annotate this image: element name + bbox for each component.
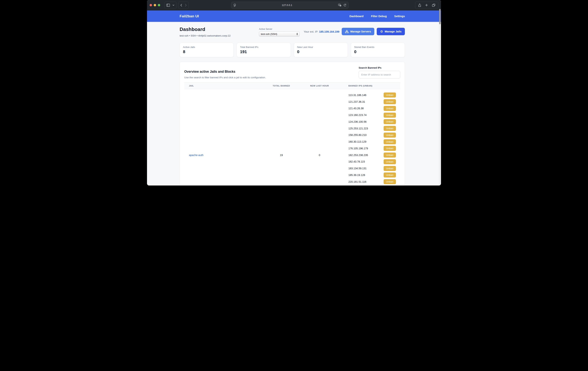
external-ip-label: Your ext. IP:: [304, 30, 318, 33]
chevron-down-icon[interactable]: [173, 4, 174, 6]
banned-ip-address: 121.237.36.31: [348, 100, 384, 103]
scrollbar-thumb[interactable]: [439, 9, 441, 24]
external-ip: Your ext. IP:185.109.164.199: [304, 30, 339, 33]
url-text[interactable]: 127.0.0.1: [236, 4, 338, 7]
col-jail: Jail: [184, 85, 263, 87]
unban-button[interactable]: Unban: [384, 159, 396, 164]
app-navbar: Fail2ban UI Dashboard Filter Debug Setti…: [147, 11, 441, 22]
history-nav-group: [178, 1, 189, 9]
sidebar-icon[interactable]: [166, 4, 170, 7]
address-bar[interactable]: 127.0.0.1 A x: [231, 2, 349, 9]
banned-ip-address: 176.105.196.179: [348, 147, 384, 150]
active-server-block: Active Server test-ssh (SSH): [259, 28, 300, 36]
scrollbar-track[interactable]: [439, 11, 441, 186]
unban-button[interactable]: Unban: [384, 106, 396, 111]
unban-button[interactable]: Unban: [384, 113, 396, 118]
stat-card: New Last Hour 0: [294, 43, 348, 57]
nav-link-filter-debug[interactable]: Filter Debug: [371, 15, 387, 18]
unban-button[interactable]: Unban: [384, 92, 396, 98]
gear-icon: ⚙: [380, 30, 383, 33]
unban-button[interactable]: Unban: [384, 166, 396, 171]
banned-ip-row: 121.43.26.38 Unban: [348, 105, 396, 112]
new-tab-icon[interactable]: [425, 4, 428, 7]
unban-button[interactable]: Unban: [384, 153, 396, 158]
banned-ip-address: 182.43.78.115: [348, 160, 384, 163]
active-server-value: test-ssh (SSH): [261, 33, 296, 35]
banned-ip-row: 176.105.196.179 Unban: [348, 145, 396, 152]
stat-card: Stored Ban Events 0: [351, 43, 405, 57]
share-icon[interactable]: [418, 3, 421, 7]
jails-table: Jail Total Banned New Last Hour Banned I…: [184, 82, 400, 186]
banned-ip-row: 182.253.238.235 Unban: [348, 152, 396, 158]
nav-link-dashboard[interactable]: Dashboard: [349, 15, 364, 18]
manage-servers-button[interactable]: Manage Servers: [342, 28, 374, 35]
banned-ip-address: 121.43.26.38: [348, 107, 384, 110]
unban-button[interactable]: Unban: [384, 99, 396, 104]
svg-text:A: A: [339, 4, 340, 6]
search-label: Search Banned IPs: [359, 66, 400, 69]
reload-icon[interactable]: [344, 4, 346, 7]
page-format-icon[interactable]: [233, 4, 236, 7]
banned-ip-address: 125.253.121.223: [348, 127, 384, 130]
unban-button[interactable]: Unban: [384, 126, 396, 131]
stat-label: Active Jails: [183, 46, 230, 48]
unban-button[interactable]: Unban: [384, 173, 396, 177]
jail-total-banned: 19: [263, 89, 300, 186]
stat-label: Total Banned IPs: [240, 46, 287, 48]
search-block: Search Banned IPs: [359, 66, 400, 78]
translate-icon[interactable]: A x: [338, 4, 341, 7]
banned-ip-row: 113.31.186.146 Unban: [348, 92, 396, 98]
stat-label: Stored Ban Events: [354, 46, 401, 48]
page-subtitle: test-ssh • SSH • rlinfp02.swissmakers.co…: [180, 34, 259, 37]
col-banned-ips: Banned IPs (Unban): [339, 85, 400, 87]
unban-button[interactable]: Unban: [384, 132, 396, 138]
unban-button[interactable]: Unban: [384, 139, 396, 144]
banned-ip-row: 185.39.19.128 Unban: [348, 172, 396, 178]
banned-ip-row: 160.30.113.129 Unban: [348, 138, 396, 145]
jail-new-last-hour: 0: [300, 89, 339, 186]
jail-link[interactable]: apache-auth: [189, 154, 203, 157]
banned-ip-row: 158.255.80.210 Unban: [348, 132, 396, 139]
banned-ip-row: 125.253.121.223 Unban: [348, 125, 396, 132]
zoom-window-button[interactable]: [158, 4, 160, 6]
back-icon[interactable]: [180, 4, 182, 7]
stat-label: New Last Hour: [297, 46, 345, 48]
active-server-label: Active Server: [259, 28, 300, 30]
stat-value: 0: [297, 49, 345, 54]
active-server-select[interactable]: test-ssh (SSH): [259, 32, 300, 36]
col-total-banned: Total Banned: [263, 85, 300, 87]
minimize-window-button[interactable]: [154, 4, 156, 6]
banned-ip-address: 113.31.186.146: [348, 94, 384, 97]
page-title: Dashboard: [180, 26, 259, 32]
tab-overview-icon[interactable]: [432, 4, 435, 7]
sidebar-button-group: [164, 1, 177, 9]
search-input[interactable]: [359, 71, 400, 78]
col-new-last-hour: New Last Hour: [300, 85, 339, 87]
sitemap-icon: [345, 30, 349, 33]
unban-button[interactable]: Unban: [384, 179, 396, 184]
browser-chrome: 127.0.0.1 A x: [147, 0, 441, 11]
unban-button[interactable]: Unban: [384, 119, 396, 124]
stat-value: 8: [183, 49, 230, 54]
overview-title: Overview active Jails and Blocks: [184, 70, 266, 74]
unban-button[interactable]: Unban: [384, 146, 396, 151]
select-stepper-icon: [296, 33, 298, 35]
manage-jails-label: Manage Jails: [385, 30, 401, 33]
stat-cards: Active Jails 8 Total Banned IPs 191 New …: [180, 43, 405, 57]
banned-ip-row: 123.160.223.74 Unban: [348, 112, 396, 118]
banned-ip-row: 183.134.59.131 Unban: [348, 165, 396, 172]
manage-jails-button[interactable]: ⚙ Manage Jails: [377, 28, 405, 35]
banned-ip-address: 124.236.100.56: [348, 120, 384, 123]
app-brand[interactable]: Fail2ban UI: [180, 14, 199, 18]
banned-ip-list: 113.31.186.146 Unban 121.237.36.31 Unban…: [339, 89, 400, 186]
nav-link-settings[interactable]: Settings: [394, 15, 405, 18]
toolbar-right-group: [415, 1, 438, 9]
external-ip-value[interactable]: 185.109.164.199: [319, 30, 339, 33]
banned-ip-address: 185.39.19.128: [348, 174, 384, 176]
forward-icon[interactable]: [185, 4, 187, 7]
banned-ip-address: 183.134.59.131: [348, 167, 384, 170]
banned-ip-row: 182.43.78.115 Unban: [348, 158, 396, 165]
banned-ip-address: 123.160.223.74: [348, 114, 384, 117]
banned-ip-address: 220.181.51.116: [348, 180, 384, 183]
close-window-button[interactable]: [150, 4, 152, 6]
